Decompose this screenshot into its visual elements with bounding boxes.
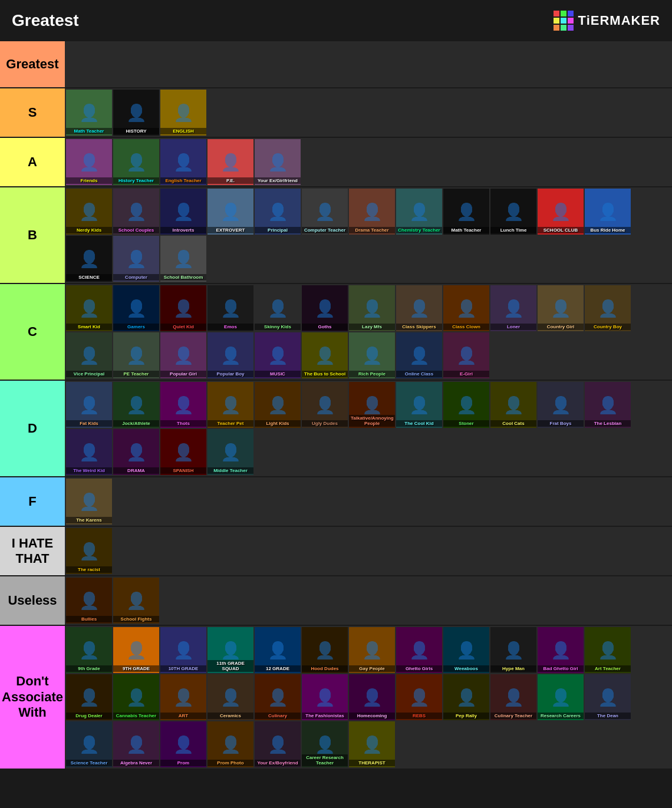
list-item[interactable]: 👤The Fashionistas [302,674,348,720]
list-item[interactable]: 👤School Bathroom [160,236,206,282]
list-item[interactable]: 👤E-Girl [443,332,489,378]
list-item[interactable]: 👤School Couples [113,189,159,235]
list-item[interactable]: 👤SPANISH [160,429,206,475]
list-item[interactable]: 👤Algebra Never [113,721,159,767]
list-item[interactable]: 👤Quiet Kid [160,285,206,331]
list-item[interactable]: 👤Nerdy Kids [66,189,112,235]
list-item[interactable]: 👤Drama Teacher [349,189,395,235]
list-item[interactable]: 👤The Bus to School [302,332,348,378]
list-item[interactable]: 👤Bad Ghetto Girl [538,627,584,673]
list-item[interactable]: 👤ART [160,674,206,720]
list-item[interactable]: 👤Prom Photo [207,721,253,767]
list-item[interactable]: 👤Goths [302,285,348,331]
list-item[interactable]: 👤Class Clown [443,285,489,331]
list-item[interactable]: 👤Cannabis Teacher [113,674,159,720]
tier-label-useless: Useless [0,576,65,625]
list-item[interactable]: 👤Principal [255,189,301,235]
list-item[interactable]: 👤School Fights [113,578,159,624]
list-item[interactable]: 👤The Lesbian [585,382,631,428]
list-item[interactable]: 👤Your Ex/Girlfriend [255,139,301,185]
list-item[interactable]: 👤Your Ex/Boyfriend [255,721,301,767]
list-item[interactable]: 👤Introverts [160,189,206,235]
list-item[interactable]: 👤Friends [66,139,112,185]
list-item[interactable]: 👤ENGLISH [160,90,206,136]
list-item[interactable]: 👤Bullies [66,578,112,624]
list-item[interactable]: 👤P.E. [207,139,253,185]
list-item[interactable]: 👤Culinary Teacher [490,674,536,720]
list-item[interactable]: 👤Bus Ride Home [585,189,631,235]
list-item[interactable]: 👤Hood Dudes [302,627,348,673]
list-item[interactable]: 👤SCHOOL CLUB [538,189,584,235]
list-item[interactable]: 👤English Teacher [160,139,206,185]
list-item[interactable]: 👤Teacher Pet [207,382,253,428]
list-item[interactable]: 👤Computer [113,236,159,282]
list-item[interactable]: 👤12 GRADE [255,627,301,673]
list-item[interactable]: 👤Math Teacher [443,189,489,235]
list-item[interactable]: 👤Lazy Mfs [349,285,395,331]
list-item[interactable]: 👤Culinary [255,674,301,720]
tier-label-dont: Don't Associate With [0,626,65,769]
list-item[interactable]: 👤Drug Dealer [66,674,112,720]
list-item[interactable]: 👤Jock/Athlete [113,382,159,428]
tier-label-f: F [0,477,65,526]
list-item[interactable]: 👤Pep Rally [443,674,489,720]
list-item[interactable]: 👤Middle Teacher [207,429,253,475]
list-item[interactable]: 👤11th GRADE SQUAD [207,627,253,673]
list-item[interactable]: 👤The Dean [585,674,631,720]
list-item[interactable]: 👤SCIENCE [66,236,112,282]
list-item[interactable]: 👤Gay People [349,627,395,673]
list-item[interactable]: 👤Rich People [349,332,395,378]
tier-content-b: 👤Nerdy Kids👤School Couples👤Introverts👤EX… [65,187,672,283]
list-item[interactable]: 👤Hype Man [490,627,536,673]
list-item[interactable]: 👤Fat Kids [66,382,112,428]
list-item[interactable]: 👤The Karens [66,479,112,525]
list-item[interactable]: 👤Stoner [443,382,489,428]
list-item[interactable]: 👤Career Research Teacher [302,721,348,767]
list-item[interactable]: 👤Vice Principal [66,332,112,378]
list-item[interactable]: 👤Ceramics [207,674,253,720]
list-item[interactable]: 👤History Teacher [113,139,159,185]
list-item[interactable]: 👤MUSIC [255,332,301,378]
list-item[interactable]: 👤10TH GRADE [160,627,206,673]
list-item[interactable]: 👤REBS [396,674,442,720]
list-item[interactable]: 👤Loner [490,285,536,331]
list-item[interactable]: 👤Art Teacher [585,627,631,673]
list-item[interactable]: 👤Class Skippers [396,285,442,331]
list-item[interactable]: 👤Chemistry Teacher [396,189,442,235]
list-item[interactable]: 👤THERAPIST [349,721,395,767]
list-item[interactable]: 👤Country Girl [538,285,584,331]
list-item[interactable]: 👤The Cool Kid [396,382,442,428]
list-item[interactable]: 👤HISTORY [113,90,159,136]
list-item[interactable]: 👤Research Careers [538,674,584,720]
list-item[interactable]: 👤Science Teacher [66,721,112,767]
list-item[interactable]: 👤Ugly Dudes [302,382,348,428]
list-item[interactable]: 👤9th Grade [66,627,112,673]
list-item[interactable]: 👤Math Teacher [66,90,112,136]
list-item[interactable]: 👤Homecoming [349,674,395,720]
list-item[interactable]: 👤EXTROVERT [207,189,253,235]
list-item[interactable]: 👤Computer Teacher [302,189,348,235]
list-item[interactable]: 👤Skinny Kids [255,285,301,331]
list-item[interactable]: 👤Popular Girl [160,332,206,378]
tier-container: GreatestS👤Math Teacher👤HISTORY👤ENGLISHA👤… [0,41,672,770]
list-item[interactable]: 👤Frat Boys [538,382,584,428]
list-item[interactable]: 👤Online Class [396,332,442,378]
list-item[interactable]: 👤Gamers [113,285,159,331]
list-item[interactable]: 👤Light Kids [255,382,301,428]
list-item[interactable]: 👤9TH GRADE [113,627,159,673]
list-item[interactable]: 👤Emos [207,285,253,331]
list-item[interactable]: 👤The racist [66,528,112,574]
list-item[interactable]: 👤Prom [160,721,206,767]
list-item[interactable]: 👤Ghetto Girls [396,627,442,673]
list-item[interactable]: 👤Cool Cats [490,382,536,428]
list-item[interactable]: 👤Popular Boy [207,332,253,378]
list-item[interactable]: 👤Smart Kid [66,285,112,331]
list-item[interactable]: 👤Talkative/Annoying People [349,382,395,428]
list-item[interactable]: 👤Weeaboos [443,627,489,673]
list-item[interactable]: 👤Lunch Time [490,189,536,235]
list-item[interactable]: 👤DRAMA [113,429,159,475]
list-item[interactable]: 👤Country Boy [585,285,631,331]
list-item[interactable]: 👤PE Teacher [113,332,159,378]
list-item[interactable]: 👤The Weird Kid [66,429,112,475]
list-item[interactable]: 👤Thots [160,382,206,428]
